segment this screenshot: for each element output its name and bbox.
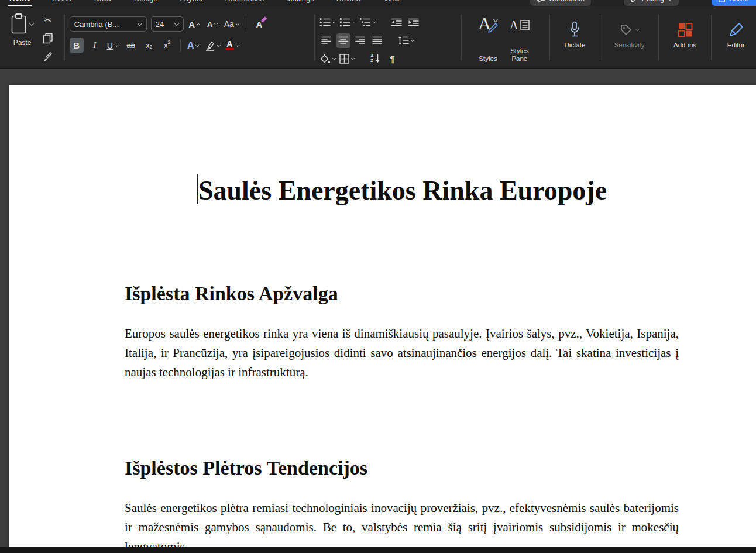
share-button[interactable]: Share bbox=[712, 0, 756, 6]
font-color-icon: A bbox=[225, 40, 234, 50]
justify-icon bbox=[372, 36, 382, 44]
comment-bubble-icon bbox=[537, 0, 545, 3]
subscript-button[interactable]: x2 bbox=[142, 38, 156, 53]
tab-home[interactable]: Home bbox=[8, 0, 32, 6]
bullet-list-icon bbox=[319, 18, 331, 27]
align-left-button[interactable] bbox=[319, 33, 334, 48]
tab-references[interactable]: References bbox=[224, 0, 265, 6]
highlight-color-button[interactable] bbox=[205, 38, 221, 53]
font-color-button[interactable]: A bbox=[225, 38, 240, 53]
addins-button-label: Add-ins bbox=[673, 42, 696, 49]
change-case-button[interactable]: Aa bbox=[224, 17, 240, 32]
decrease-indent-button[interactable] bbox=[390, 15, 404, 30]
grow-font-glyph: A bbox=[188, 19, 195, 29]
caret-up-icon bbox=[197, 22, 200, 26]
chevron-down-icon[interactable] bbox=[236, 44, 239, 47]
borders-button[interactable] bbox=[339, 51, 355, 66]
strikethrough-glyph: ab bbox=[126, 41, 135, 50]
underline-button[interactable]: U bbox=[106, 38, 120, 53]
justify-button[interactable] bbox=[370, 33, 384, 48]
section-paragraph[interactable]: Europos saulės energetikos rinka yra vie… bbox=[125, 324, 679, 382]
chevron-down-icon[interactable] bbox=[138, 22, 142, 26]
microphone-icon bbox=[569, 21, 580, 39]
chevron-down-icon[interactable] bbox=[236, 22, 239, 26]
sort-button[interactable]: A Z bbox=[369, 51, 383, 66]
show-paragraph-marks-button[interactable]: ¶ bbox=[386, 51, 400, 66]
menu-tab-bar: Home Insert Draw Design Layout Reference… bbox=[0, 0, 756, 6]
styles-button[interactable]: A Styles bbox=[478, 10, 498, 68]
chevron-down-icon[interactable] bbox=[493, 18, 498, 23]
sensitivity-tag-icon bbox=[620, 23, 633, 36]
editing-button[interactable]: Editing bbox=[624, 0, 679, 6]
italic-button[interactable]: I bbox=[88, 38, 102, 53]
paste-button[interactable]: Paste bbox=[6, 10, 39, 68]
bold-button[interactable]: B bbox=[70, 38, 84, 53]
align-right-button[interactable] bbox=[353, 33, 367, 48]
tab-mailings[interactable]: Mailings bbox=[285, 0, 315, 6]
borders-icon bbox=[339, 54, 349, 64]
chevron-down-icon[interactable] bbox=[372, 20, 376, 24]
copy-button[interactable] bbox=[43, 33, 53, 44]
grow-font-button[interactable]: A bbox=[188, 17, 202, 32]
tab-review[interactable]: Review bbox=[335, 0, 363, 6]
section-paragraph[interactable]: Saulės energetikos plėtra remiasi techno… bbox=[125, 499, 679, 547]
styles-pane-button[interactable]: A Styles Pane bbox=[506, 10, 533, 68]
line-spacing-button[interactable] bbox=[398, 33, 415, 48]
numbering-button[interactable] bbox=[339, 15, 356, 30]
chevron-down-icon[interactable] bbox=[332, 57, 336, 60]
styles-group: A Styles A Styles Pane bbox=[466, 10, 545, 68]
chevron-down-icon[interactable] bbox=[115, 44, 118, 47]
clear-formatting-button[interactable]: A bbox=[252, 17, 266, 32]
tab-layout[interactable]: Layout bbox=[178, 0, 204, 6]
chevron-down-icon[interactable] bbox=[174, 22, 179, 26]
group-separator bbox=[549, 15, 550, 60]
format-painter-button[interactable] bbox=[42, 51, 53, 63]
tab-view[interactable]: View bbox=[382, 0, 401, 6]
document-title[interactable]: Saulės Energetikos Rinka Europoje bbox=[125, 174, 679, 208]
group-separator bbox=[461, 15, 462, 60]
addins-button[interactable]: Add-ins bbox=[673, 15, 696, 55]
change-case-glyph: Aa bbox=[224, 19, 234, 29]
cut-button[interactable]: ✂ bbox=[44, 16, 51, 25]
tab-insert[interactable]: Insert bbox=[51, 0, 73, 6]
chevron-down-icon[interactable] bbox=[351, 57, 355, 60]
bullets-button[interactable] bbox=[319, 15, 336, 30]
text-effects-glyph: A bbox=[187, 40, 194, 51]
superscript-button[interactable]: x2 bbox=[160, 38, 174, 53]
increase-indent-button[interactable] bbox=[407, 15, 421, 30]
styles-pane-panel-icon bbox=[520, 20, 530, 30]
multilevel-list-button[interactable] bbox=[359, 15, 376, 30]
comments-button-label: Comments bbox=[549, 0, 584, 3]
comments-button[interactable]: Comments bbox=[530, 0, 590, 6]
dictate-button[interactable]: Dictate bbox=[565, 15, 586, 55]
font-color-swatch bbox=[225, 48, 234, 50]
chevron-down-icon[interactable] bbox=[196, 44, 200, 47]
chevron-down-icon[interactable] bbox=[217, 44, 221, 47]
group-separator bbox=[711, 15, 712, 60]
shrink-font-glyph: A bbox=[207, 20, 212, 29]
chevron-down-icon[interactable] bbox=[332, 20, 336, 24]
font-name-combobox[interactable]: Cambria (B... bbox=[70, 16, 147, 32]
section-heading[interactable]: Išplėstos Plėtros Tendencijos bbox=[125, 456, 679, 480]
group-separator bbox=[64, 15, 65, 60]
chevron-down-icon[interactable] bbox=[411, 39, 414, 42]
align-center-icon bbox=[338, 36, 348, 44]
document-page[interactable]: Saulės Energetikos Rinka Europoje Išplės… bbox=[9, 85, 756, 547]
editor-button[interactable]: Editor bbox=[727, 15, 745, 55]
shading-button[interactable] bbox=[319, 51, 336, 66]
tab-design[interactable]: Design bbox=[133, 0, 159, 6]
chevron-down-icon[interactable] bbox=[352, 20, 356, 24]
paste-dropdown-chevron-icon[interactable] bbox=[29, 22, 34, 26]
font-name-value: Cambria (B... bbox=[74, 20, 119, 29]
strikethrough-button[interactable]: ab bbox=[124, 38, 138, 53]
tab-draw[interactable]: Draw bbox=[93, 0, 113, 6]
subscript-mark: 2 bbox=[149, 44, 152, 50]
text-cursor bbox=[197, 174, 198, 204]
shrink-font-button[interactable]: A bbox=[206, 17, 220, 32]
bottom-edge-strip bbox=[0, 547, 756, 553]
sensitivity-button[interactable]: Sensitivity bbox=[614, 15, 645, 55]
align-center-button[interactable] bbox=[336, 33, 350, 48]
text-effects-button[interactable]: A bbox=[187, 38, 201, 53]
section-heading[interactable]: Išplėsta Rinkos Apžvalga bbox=[125, 281, 679, 305]
font-size-combobox[interactable]: 24 bbox=[151, 16, 184, 32]
